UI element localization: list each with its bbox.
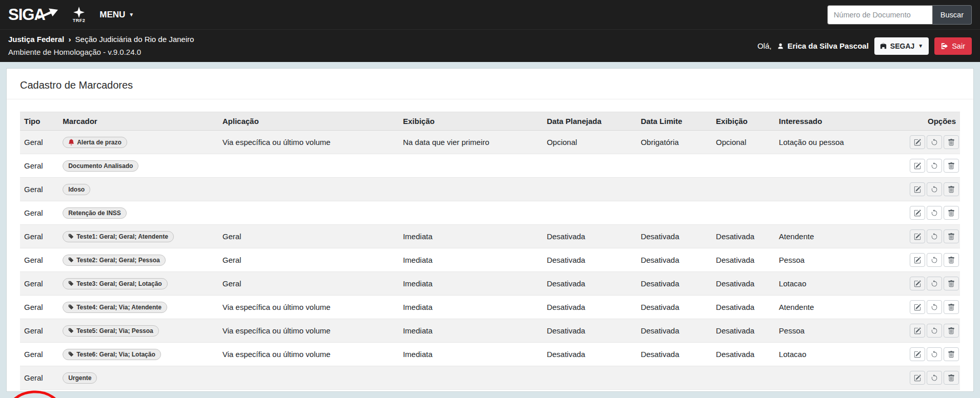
cell-interessado: Atendente: [775, 225, 901, 248]
cell-data-limite: Desativada: [636, 343, 712, 366]
cell-data-planejada: Desativada: [543, 296, 636, 319]
history-button[interactable]: [927, 229, 942, 243]
delete-button[interactable]: [944, 253, 959, 267]
history-button[interactable]: [927, 135, 942, 149]
history-button[interactable]: [927, 159, 942, 173]
table-row: GeralDocumento Analisado: [20, 154, 960, 178]
edit-icon: [914, 374, 921, 382]
cell-marcador: Teste3: Geral; Geral; Lotação: [58, 272, 218, 296]
cell-marcador: Teste2: Geral; Geral; Pessoa: [58, 248, 218, 272]
cell-interessado: [775, 178, 901, 201]
menu-label: MENU: [99, 10, 125, 20]
delete-button[interactable]: [944, 135, 959, 149]
edit-button[interactable]: [910, 135, 925, 149]
page-content: Cadastro de Marcadores TipoMarcadorAplic…: [0, 62, 980, 398]
edit-button[interactable]: [910, 324, 925, 338]
cell-interessado: Pessoa: [775, 319, 901, 343]
cell-data-planejada: [543, 201, 636, 225]
delete-button[interactable]: [944, 324, 959, 338]
history-button[interactable]: [927, 277, 942, 290]
logout-button[interactable]: Sair: [934, 37, 972, 55]
delete-button[interactable]: [944, 277, 959, 290]
history-button[interactable]: [927, 300, 942, 314]
org-unit-button[interactable]: SEGAJ ▼: [874, 37, 929, 55]
table-header-row: TipoMarcadorAplicaçãoExibiçãoData Planej…: [20, 112, 960, 131]
cell-opcoes: [901, 343, 960, 366]
cell-data-planejada: Opcional: [543, 131, 636, 154]
greeting-label: Olá,: [757, 41, 772, 50]
cell-data-limite: Desativada: [636, 272, 712, 296]
undo-icon: [931, 186, 938, 193]
history-button[interactable]: [927, 182, 942, 196]
building-icon: [880, 43, 887, 49]
delete-button[interactable]: [944, 371, 959, 385]
edit-icon: [914, 257, 921, 264]
search-button[interactable]: Buscar: [933, 5, 972, 25]
edit-button[interactable]: [910, 277, 925, 290]
marcador-badge: Idoso: [63, 184, 90, 195]
history-button[interactable]: [927, 206, 942, 220]
topbar: SIGA TRF2 MENU ▼ Buscar: [0, 0, 980, 29]
delete-button[interactable]: [944, 159, 959, 173]
document-search-input[interactable]: [827, 5, 933, 25]
cell-data-limite: [636, 366, 712, 390]
cell-aplicacao: [218, 201, 399, 225]
edit-button[interactable]: [910, 253, 925, 267]
edit-button[interactable]: [910, 159, 925, 173]
delete-button[interactable]: [944, 229, 959, 243]
cell-data-limite: [636, 178, 712, 201]
marcador-badge: Alerta de prazo: [63, 137, 127, 148]
cell-interessado: [775, 201, 901, 225]
marcador-badge: Teste2: Geral; Geral; Pessoa: [63, 255, 166, 266]
history-button[interactable]: [927, 253, 942, 267]
environment-label: Ambiente de Homologação - v.9.0.24.0: [8, 46, 194, 59]
history-button[interactable]: [927, 371, 942, 385]
tag-icon: [68, 304, 74, 310]
cell-opcoes: [901, 296, 960, 319]
breadcrumb-root[interactable]: Justiça Federal: [8, 35, 64, 44]
menu-button[interactable]: MENU ▼: [99, 10, 134, 20]
cell-opcoes: [901, 366, 960, 390]
cell-data-planejada: [543, 178, 636, 201]
table-row: GeralUrgente: [20, 366, 960, 390]
delete-button[interactable]: [944, 206, 959, 220]
cell-data-planejada: [543, 366, 636, 390]
edit-button[interactable]: [910, 371, 925, 385]
page-title: Cadastro de Marcadores: [20, 79, 960, 91]
bell-icon: [68, 139, 74, 145]
edit-button[interactable]: [910, 206, 925, 220]
history-button[interactable]: [927, 347, 942, 361]
cell-data-planejada: Desativada: [543, 225, 636, 248]
undo-icon: [931, 233, 938, 240]
edit-button[interactable]: [910, 182, 925, 196]
edit-icon: [914, 351, 921, 358]
cell-tipo: Geral: [20, 248, 58, 272]
marcadores-table: TipoMarcadorAplicaçãoExibiçãoData Planej…: [20, 112, 960, 390]
edit-icon: [914, 210, 921, 217]
cell-tipo: Geral: [20, 272, 58, 296]
history-button[interactable]: [927, 324, 942, 338]
logout-label: Sair: [952, 42, 965, 50]
user-name: Erica da Silva Pascoal: [787, 41, 868, 50]
trash-icon: [948, 210, 955, 217]
delete-button[interactable]: [944, 347, 959, 361]
marcador-badge: Teste3: Geral; Geral; Lotação: [63, 278, 168, 289]
edit-button[interactable]: [910, 347, 925, 361]
edit-button[interactable]: [910, 229, 925, 243]
edit-button[interactable]: [910, 300, 925, 314]
cell-exibicao: Imediata: [399, 272, 543, 296]
cell-opcoes: [901, 131, 960, 154]
trash-icon: [948, 304, 955, 311]
cell-exibicao-2: Desativada: [712, 248, 775, 272]
logout-icon: [941, 43, 948, 50]
cell-tipo: Geral: [20, 225, 58, 248]
table-row: GeralTeste4: Geral; Via; AtendenteVia es…: [20, 296, 960, 319]
cell-data-limite: Desativada: [636, 248, 712, 272]
cell-aplicacao: [218, 154, 399, 178]
siga-logo[interactable]: SIGA: [8, 7, 58, 23]
delete-button[interactable]: [944, 300, 959, 314]
person-icon: [777, 43, 784, 50]
delete-button[interactable]: [944, 182, 959, 196]
cell-aplicacao: Via específica ou último volume: [218, 131, 399, 154]
trash-icon: [948, 233, 955, 240]
